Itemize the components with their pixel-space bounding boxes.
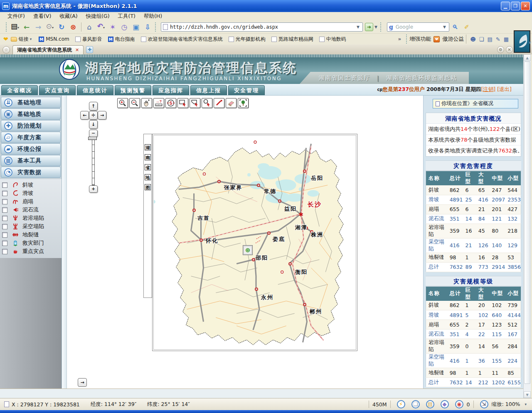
enhance-button[interactable]: 增强功能 [409, 35, 431, 43]
overflow-chevron[interactable]: » [398, 36, 401, 42]
sidebar-collapse-button[interactable]: → [78, 378, 87, 387]
links-bar-item[interactable]: 觅路城市精品网 [271, 36, 313, 43]
close-button[interactable]: ✕ [521, 2, 530, 10]
logout-link[interactable]: [注销] [481, 86, 495, 92]
favorites-star-button[interactable]: ☆ [2, 46, 10, 54]
nav-tab-1[interactable]: 灾点查询 [39, 85, 76, 95]
select-circle-button[interactable] [202, 98, 212, 108]
clean-icon[interactable]: ◆ [441, 400, 449, 408]
zoom-in-button[interactable] [117, 98, 128, 108]
select-polygon-button[interactable] [190, 98, 200, 108]
stop-button[interactable]: ⊗ [67, 22, 79, 32]
nav-tab-3[interactable]: 预测预警 [115, 85, 151, 95]
measure-area-button[interactable]: S [165, 98, 176, 108]
highlight-button[interactable]: ✐ [461, 22, 473, 32]
charity-button[interactable]: 傲游公益 [442, 35, 464, 43]
pan-right-button[interactable]: → [98, 111, 106, 120]
zoom-in-step-button[interactable]: + [89, 185, 98, 193]
zoom-slider-track[interactable] [92, 138, 95, 185]
sidebar-section-geo[interactable]: ⇊基础地理 [1, 97, 61, 108]
restore-button[interactable]: ❐ [511, 2, 520, 10]
layer-checkbox[interactable] [2, 216, 7, 221]
go-dropdown-arrow[interactable]: ▼ [373, 25, 379, 29]
address-input[interactable] [170, 24, 355, 30]
nav-tab-2[interactable]: 信息统计 [77, 85, 113, 95]
address-dropdown-arrow[interactable]: ▼ [355, 25, 361, 29]
forward-button[interactable]: → [32, 22, 44, 32]
pan-up-button[interactable]: ↑ [89, 102, 98, 111]
layer-checkbox[interactable] [2, 191, 7, 196]
scroll-down-button[interactable]: ▼ [524, 391, 531, 398]
links-bar-item[interactable]: MMSN.com [39, 36, 69, 42]
pen-tools-icon[interactable]: ✎ [496, 36, 500, 42]
full-extent-button[interactable] [238, 98, 249, 108]
banner-link[interactable]: 湖南省国土资源厅 [319, 74, 370, 82]
sidebar-section-annual[interactable]: ▱年度方案 [1, 132, 61, 143]
banner-link[interactable]: 湖南省地质环境监测总站 [387, 74, 458, 82]
minimize-button[interactable]: ▁ [501, 2, 510, 10]
exit-link[interactable]: [退出] [497, 86, 512, 92]
measure-distance-button[interactable]: ↔? [153, 98, 164, 108]
menu-item[interactable]: 查看(V) [29, 12, 55, 21]
active-tab[interactable]: 湖南省地质灾害信息系统 ✕ [12, 45, 84, 54]
window-tool-icon[interactable]: ❏ [479, 36, 484, 42]
skin-icon[interactable]: ▦ [504, 36, 509, 42]
layer-checkbox[interactable] [2, 207, 7, 213]
links-folder[interactable]: 链接 ▾ [11, 36, 33, 43]
window-capture-button[interactable]: ▣ [130, 22, 142, 32]
boost-icon[interactable]: ⚡︎ [397, 400, 405, 408]
menu-item[interactable]: 工具(T) [114, 12, 140, 21]
links-bar-item[interactable]: 欢迎登陆湖南省地质灾害信息系统 [141, 36, 223, 43]
new-tab-button[interactable]: ✚ [86, 46, 93, 53]
history-dropdown-button[interactable]: ⊙▾ [44, 21, 56, 33]
online-service-icon[interactable]: ☻ [470, 36, 476, 42]
pan-button[interactable] [141, 98, 152, 108]
zoom-slider-thumb[interactable] [88, 137, 97, 140]
go-button[interactable]: ➔ [365, 23, 373, 31]
history-clock-button[interactable]: ◷ [118, 22, 130, 32]
menu-item[interactable]: 快捷组(G) [82, 12, 114, 21]
sidebar-section-geology[interactable]: ▣基础地质 [1, 108, 61, 120]
search-box[interactable]: g Google ▼ [387, 22, 449, 32]
nav-tab-0[interactable]: 全省概况 [1, 85, 38, 95]
pan-down-button[interactable]: ↓ [89, 120, 98, 129]
nav-tab-5[interactable]: 信息上报 [190, 85, 227, 95]
plugin-close-button[interactable]: ✕ [506, 46, 513, 53]
layer-checkbox[interactable] [2, 182, 7, 188]
menu-item[interactable]: 帮助(H) [140, 12, 166, 21]
eraser-button[interactable] [226, 98, 236, 108]
home-button[interactable]: ⌂ [84, 22, 95, 32]
zoom-level[interactable]: 缩放: 100% [492, 401, 520, 408]
map-canvas[interactable]: 张家界常德岳阳益阳✱长沙吉首湘潭株洲怀化娄底邵阳衡阳永州郴州 ⊕ [153, 135, 356, 350]
sidebar-section-bulletin[interactable]: ▰环境公报 [1, 143, 61, 155]
layer-checkbox[interactable] [2, 199, 7, 204]
refresh-button[interactable]: ↻ [56, 22, 67, 32]
new-page-button[interactable]: ▤▾ [9, 21, 21, 33]
links-bar-item[interactable]: 光年摄影机构 [229, 36, 266, 43]
resize-icon[interactable]: ⇲ [480, 400, 488, 408]
layer-checkbox[interactable] [2, 241, 7, 246]
sidebar-section-tools[interactable]: ▦基本工具 [1, 155, 61, 166]
new-folder-icon[interactable]: ▤ [426, 400, 434, 408]
popup-blocker-icon[interactable]: ◉ [455, 400, 463, 408]
sidebar-section-plan[interactable]: ✚防治规划 [1, 120, 61, 131]
select-rect-button[interactable] [177, 98, 188, 108]
draw-redline-button[interactable] [214, 98, 224, 108]
tab-close-icon[interactable]: ✕ [75, 47, 79, 53]
scroll-thumb[interactable] [524, 61, 530, 384]
layer-checkbox[interactable] [2, 224, 7, 229]
map-zoom-widget-button[interactable]: ⊕ [243, 245, 253, 255]
menu-item[interactable]: 收藏(A) [55, 12, 81, 21]
plugin-wrench-button[interactable]: ⚙ [497, 46, 504, 53]
zoom-out-button[interactable] [129, 98, 140, 108]
menu-item[interactable]: 文件(F) [3, 12, 29, 21]
links-bar-item[interactable]: 中地数码 [319, 36, 346, 43]
notepad-icon[interactable]: ▤ [488, 36, 493, 42]
search-button[interactable]: 🔍︎ [449, 22, 461, 32]
layer-checkbox[interactable] [2, 232, 7, 238]
layer-checkbox[interactable] [2, 249, 7, 254]
links-bar-item[interactable]: M电台指南 [108, 36, 135, 43]
zoom-out-step-button[interactable]: − [89, 130, 98, 137]
download-button[interactable]: ⇩ [142, 22, 153, 32]
sidebar-splitter[interactable] [62, 96, 67, 388]
